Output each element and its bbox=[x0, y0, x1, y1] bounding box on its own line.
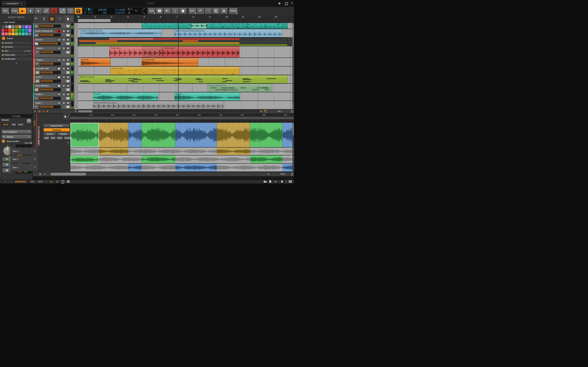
play-menu-button[interactable]: PLAY bbox=[11, 8, 19, 14]
track-solo-button[interactable]: S bbox=[62, 84, 66, 88]
arranger-hscrollbar[interactable] bbox=[77, 110, 259, 113]
track-menu-button[interactable] bbox=[65, 71, 70, 74]
track-list-menu-icon[interactable]: ☰▾ bbox=[35, 17, 37, 20]
palette-color-21[interactable] bbox=[11, 32, 15, 35]
comp-segment-3[interactable] bbox=[142, 123, 175, 147]
clip-dwindle[interactable]: dwindle bbox=[81, 58, 111, 66]
send-tab-pre[interactable]: PRE bbox=[12, 124, 16, 126]
take-highlight[interactable] bbox=[99, 148, 128, 155]
track-height-icon[interactable]: ▤ bbox=[38, 110, 40, 113]
track-menu-button[interactable] bbox=[65, 25, 70, 28]
track-header-inst-4[interactable]: Inst 4SM bbox=[33, 75, 74, 84]
take-delete-icon[interactable]: ✕ bbox=[34, 166, 36, 169]
fade-out-icon[interactable] bbox=[141, 11, 146, 14]
palette-color-4[interactable] bbox=[15, 25, 18, 28]
track-solo-button[interactable]: S bbox=[62, 30, 66, 33]
palette-color-3[interactable] bbox=[11, 25, 15, 28]
arranger[interactable]: Berlin Firework Beat 01Berlin Firework B… bbox=[74, 23, 294, 109]
palette-color-20[interactable] bbox=[8, 32, 11, 35]
stop-button[interactable]: ■ bbox=[26, 8, 34, 14]
add-clip-button[interactable] bbox=[179, 8, 187, 14]
arranger-lane-4[interactable]: dwindledeceleratefall bbox=[74, 58, 294, 67]
play-button[interactable]: ▶ bbox=[19, 8, 26, 14]
palette-color-10[interactable] bbox=[5, 28, 8, 32]
track-header-partial[interactable] bbox=[33, 23, 74, 29]
record-button[interactable]: ● bbox=[35, 8, 42, 14]
piano-panel-icon[interactable] bbox=[289, 180, 292, 183]
edit-menu-button[interactable]: EDIT bbox=[188, 8, 196, 14]
tempo-display[interactable]: 110.00 bbox=[94, 8, 106, 11]
info-icon[interactable]: i bbox=[5, 180, 6, 183]
track-header-drum-machine[interactable]: Drum MachineSM bbox=[33, 84, 74, 92]
palette-color-7[interactable] bbox=[25, 25, 28, 28]
follow-playhead-icon[interactable]: ⇄ bbox=[34, 110, 36, 113]
track-record-arm-button[interactable] bbox=[57, 93, 61, 96]
arranger-lane-6[interactable]: Mella 03 Chords bbox=[74, 75, 294, 84]
view-tab-arrange[interactable]: ARRANGE bbox=[15, 180, 26, 183]
panel-layout-icon[interactable] bbox=[67, 180, 70, 183]
automation-lanes-icon[interactable]: ≣ bbox=[59, 17, 61, 20]
track-mute-button[interactable]: M bbox=[66, 67, 70, 70]
arranger-lane-0[interactable] bbox=[74, 23, 294, 29]
clip-vocal-d[interactable]: Vocal D bbox=[174, 92, 240, 100]
project-expand-icon[interactable]: ▶ bbox=[3, 2, 4, 4]
take-delete-icon[interactable]: ✕ bbox=[34, 150, 36, 152]
track-mute-button[interactable]: M bbox=[66, 93, 70, 96]
take-row-take-2[interactable]: Take 2✕ bbox=[9, 155, 37, 163]
add-take-button[interactable]: + bbox=[67, 141, 69, 144]
device-row-de-esser[interactable]: De-Esser bbox=[1, 41, 32, 44]
clip-automation-write-button[interactable]: w bbox=[59, 8, 66, 14]
palette-color-15[interactable] bbox=[21, 28, 25, 32]
link-grids-icon[interactable] bbox=[264, 110, 268, 113]
track-volume-fader[interactable] bbox=[39, 97, 61, 100]
comping-tab[interactable]: Comping bbox=[43, 128, 70, 132]
device-enabled-dot[interactable] bbox=[2, 54, 3, 56]
stretch-tab[interactable]: Stretch bbox=[43, 132, 56, 136]
time-signature-display[interactable]: 4/4 bbox=[94, 11, 106, 14]
editor-ruler[interactable]: 1.31.42.12.22.32.43.13.23.33.4 bbox=[70, 113, 294, 123]
metronome-icon[interactable] bbox=[128, 11, 130, 14]
view-tab-mix[interactable]: MIX bbox=[31, 180, 35, 183]
add-instrument-track-button[interactable] bbox=[156, 8, 163, 14]
take-highlight[interactable] bbox=[128, 164, 142, 171]
palette-color-19[interactable] bbox=[5, 32, 8, 35]
comp-segment-4[interactable] bbox=[175, 123, 217, 147]
clip-trashloop2b[interactable]: TrashLoop2b bbox=[162, 46, 239, 58]
track-volume-fader[interactable] bbox=[40, 80, 61, 83]
file-menu-button[interactable]: FILE bbox=[1, 8, 9, 14]
scroll-right-icon[interactable]: ▶ bbox=[260, 110, 262, 112]
track-volume-fader[interactable] bbox=[39, 88, 61, 91]
palette-color-18[interactable] bbox=[1, 32, 5, 35]
punch-in-icon[interactable]: ◀❙❙ bbox=[127, 8, 133, 10]
track-header-acoustic-jam[interactable]: Acoustic JamSM bbox=[33, 67, 74, 75]
track-volume-fader[interactable] bbox=[39, 42, 61, 45]
track-menu-button[interactable] bbox=[65, 51, 70, 54]
onsets-tab[interactable]: Onsets bbox=[57, 132, 70, 136]
track-menu-button[interactable] bbox=[65, 42, 70, 45]
pitch-tab[interactable]: Pitch bbox=[56, 136, 63, 140]
track-volume-fader[interactable] bbox=[40, 71, 61, 74]
track-solo-button[interactable]: S bbox=[62, 38, 66, 42]
device-row-eq-[interactable]: EQ+ bbox=[1, 49, 32, 53]
track-header-audio-2[interactable]: Audio 2SM bbox=[33, 58, 74, 67]
pointer-tool-button[interactable]: ▾ bbox=[65, 16, 73, 22]
auto-monitor-toggle[interactable]: ✔ Auto-monitor bbox=[2, 140, 19, 143]
track-menu-button[interactable] bbox=[65, 88, 70, 92]
fill-mode-button[interactable] bbox=[74, 8, 82, 14]
editor-grid-settings-icon[interactable] bbox=[291, 173, 294, 175]
track-menu-button[interactable]: TRACK bbox=[229, 8, 238, 14]
palette-color-22[interactable] bbox=[15, 32, 18, 35]
clip-berlin-firework-beat-02-bounce-1[interactable]: Berlin Firework Beat 02-bounce-1 bbox=[174, 29, 282, 37]
add-audio-track-button[interactable] bbox=[164, 8, 171, 14]
palette-color-11[interactable] bbox=[8, 28, 11, 32]
send-tab-auto[interactable]: AUTO bbox=[1, 123, 9, 126]
track-menu-button[interactable] bbox=[65, 33, 70, 37]
fade-in-icon[interactable] bbox=[141, 8, 146, 10]
track-mute-button[interactable]: M bbox=[66, 101, 70, 105]
window-restore-button[interactable] bbox=[285, 2, 288, 5]
track-solo-button[interactable]: S bbox=[62, 76, 66, 79]
track-solo-button[interactable]: S bbox=[62, 47, 66, 50]
arranger-lane-8[interactable]: Vocal AVocal D bbox=[74, 92, 294, 101]
comp-segment-1[interactable] bbox=[99, 123, 128, 147]
take-delete-icon[interactable]: ✕ bbox=[34, 158, 36, 160]
